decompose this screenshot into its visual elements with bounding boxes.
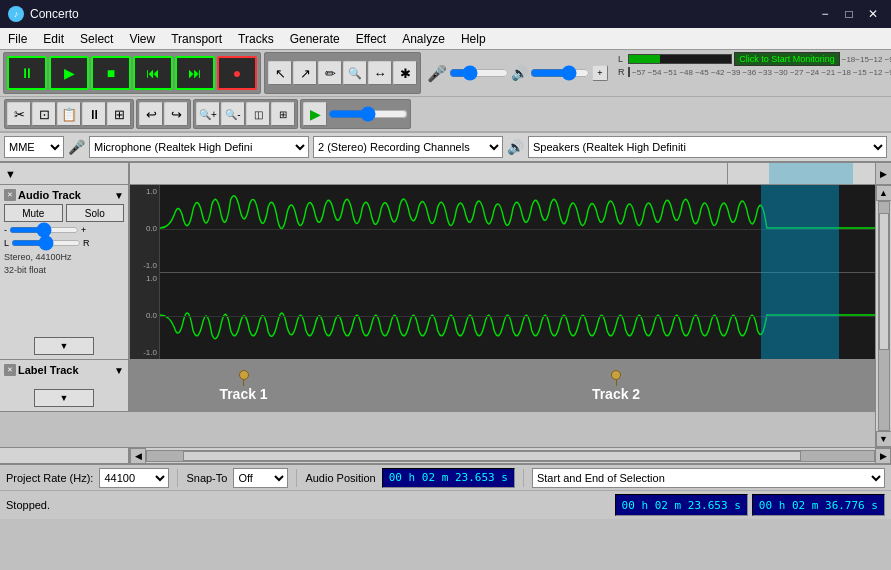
hscroll-thumb[interactable] — [183, 451, 801, 461]
close-button[interactable]: ✕ — [863, 4, 883, 24]
menu-select[interactable]: Select — [72, 28, 121, 49]
ruler-down-arrow[interactable]: ▼ — [5, 168, 16, 180]
label-track-name: Label Track — [18, 364, 112, 376]
ruler-left-panel: ▼ — [0, 163, 130, 184]
audio-track-close[interactable]: ✕ — [4, 189, 16, 201]
mute-button[interactable]: Mute — [4, 204, 63, 222]
ruler-scroll-right[interactable]: ▶ — [875, 163, 891, 184]
pause-button[interactable]: ⏸ — [7, 56, 47, 90]
toolbar-area: ⏸ ▶ ■ ⏮ ⏭ ● ↖ ↗ ✏ 🔍 ↔ ✱ 🎤 🔊 + L — [0, 50, 891, 163]
sep2 — [296, 469, 297, 487]
vertical-scrollbar[interactable]: ▲ ▼ — [875, 185, 891, 447]
audio-track-mute-solo: Mute Solo — [4, 204, 124, 222]
zoom-out-button[interactable]: 🔍- — [221, 102, 245, 126]
audio-track-waveform[interactable]: 1.0 0.0 -1.0 1.0 0.0 -1.0 — [130, 185, 875, 359]
menu-transport[interactable]: Transport — [163, 28, 230, 49]
solo-button[interactable]: Solo — [66, 204, 125, 222]
driver-select[interactable]: MME — [4, 136, 64, 158]
pan-slider[interactable] — [11, 240, 81, 246]
undo-button[interactable]: ↩ — [139, 102, 163, 126]
skip-end-button[interactable]: ⏭ — [175, 56, 215, 90]
menu-tracks[interactable]: Tracks — [230, 28, 282, 49]
menu-edit[interactable]: Edit — [35, 28, 72, 49]
vscroll-down[interactable]: ▼ — [876, 431, 892, 447]
time-shift-button[interactable]: ↔ — [368, 61, 392, 85]
status-text: Stopped. — [6, 499, 50, 511]
play-speed-slider[interactable] — [328, 107, 408, 121]
title-bar: ♪ Concerto − □ ✕ — [0, 0, 891, 28]
vu-L-meter — [628, 54, 732, 64]
audio-track-row: ✕ Audio Track ▼ Mute Solo - + — [0, 185, 875, 360]
output-volume-slider[interactable] — [530, 66, 590, 80]
speakers-select[interactable]: Speakers (Realtek High Definiti — [528, 136, 887, 158]
menu-generate[interactable]: Generate — [282, 28, 348, 49]
multi-tool-button[interactable]: ✱ — [393, 61, 417, 85]
menu-file[interactable]: File — [0, 28, 35, 49]
skip-start-button[interactable]: ⏮ — [133, 56, 173, 90]
snap-to-select[interactable]: Off — [233, 468, 288, 488]
audio-track-down-button[interactable]: ▼ — [34, 337, 94, 355]
channels-select[interactable]: 2 (Stereo) Recording Channels — [313, 136, 503, 158]
audio-track-expand[interactable]: ▼ — [114, 190, 124, 201]
draw-tool-button[interactable]: ✏ — [318, 61, 342, 85]
label-track-row: ✕ Label Track ▼ ▼ Track 1 — [0, 360, 875, 412]
play-speed-button[interactable]: ▶ — [303, 102, 327, 126]
tracks-container: ▼ -15 0 0:15 0:30 0:45 1:00 1:15 1:30 1:… — [0, 163, 891, 463]
menu-effect[interactable]: Effect — [348, 28, 394, 49]
bottom-row2: Stopped. 00 h 02 m 23.653 s 00 h 02 m 36… — [0, 491, 891, 519]
pan-max-label: R — [83, 238, 90, 248]
horizontal-scrollbar[interactable]: ◀ ▶ — [0, 447, 891, 463]
pan-min-label: L — [4, 238, 9, 248]
label-track-area[interactable]: Track 1 Track 2 — [130, 360, 875, 411]
audio-position-label: Audio Position — [305, 472, 375, 484]
record-button[interactable]: ● — [217, 56, 257, 90]
label-track1: Track 1 — [219, 360, 267, 411]
microphone-select[interactable]: Microphone (Realtek High Defini — [89, 136, 309, 158]
fit-selection-button[interactable]: ⊞ — [271, 102, 295, 126]
menu-view[interactable]: View — [121, 28, 163, 49]
mic-device-icon: 🎤 — [68, 139, 85, 155]
sel-end-display: 00 h 02 m 36.776 s — [752, 494, 885, 516]
menu-help[interactable]: Help — [453, 28, 494, 49]
hscroll-left-panel — [0, 448, 130, 463]
pause2-button[interactable]: ⏸ — [82, 102, 106, 126]
label-track-expand[interactable]: ▼ — [114, 365, 124, 376]
snap-to-label: Snap-To — [186, 472, 227, 484]
gain-slider[interactable] — [9, 227, 79, 233]
speaker-device-icon: 🔊 — [507, 139, 524, 155]
redo-button[interactable]: ↪ — [164, 102, 188, 126]
maximize-button[interactable]: □ — [839, 4, 859, 24]
selection-mode-select[interactable]: Start and End of Selection — [532, 468, 885, 488]
vscroll-thumb[interactable] — [879, 213, 889, 350]
fit-project-button[interactable]: ◫ — [246, 102, 270, 126]
copy-button[interactable]: ⊡ — [32, 102, 56, 126]
mic-volume-slider[interactable] — [449, 66, 509, 80]
hscroll-left[interactable]: ◀ — [130, 448, 146, 464]
menu-analyze[interactable]: Analyze — [394, 28, 453, 49]
cut-button[interactable]: ✂ — [7, 102, 31, 126]
vscroll-up[interactable]: ▲ — [876, 185, 892, 201]
hscroll-right[interactable]: ▶ — [875, 448, 891, 464]
vu-monitor-button[interactable]: Click to Start Monitoring — [734, 52, 840, 66]
app-title: Concerto — [30, 7, 815, 21]
vol-plus-button[interactable]: + — [592, 65, 608, 81]
zoom-tool-button[interactable]: 🔍 — [343, 61, 367, 85]
minimize-button[interactable]: − — [815, 4, 835, 24]
label-track-down-button[interactable]: ▼ — [34, 389, 94, 407]
app-icon: ♪ — [8, 6, 24, 22]
paste-button[interactable]: 📋 — [57, 102, 81, 126]
db-scale-bottom: 1.0 0.0 -1.0 — [130, 272, 160, 359]
ruler-selection — [769, 163, 853, 184]
project-rate-select[interactable]: 44100 — [99, 468, 169, 488]
envelope-tool-button[interactable]: ↗ — [293, 61, 317, 85]
play-button[interactable]: ▶ — [49, 56, 89, 90]
audio-track-header: ✕ Audio Track ▼ — [4, 189, 124, 201]
select-tool-button[interactable]: ↖ — [268, 61, 292, 85]
zoom-in-button[interactable]: 🔍+ — [196, 102, 220, 126]
vu-l-label: L — [618, 54, 626, 64]
stop-button[interactable]: ■ — [91, 56, 131, 90]
hscroll-track[interactable] — [146, 450, 875, 462]
sync-button[interactable]: ⊞ — [107, 102, 131, 126]
label-track-close[interactable]: ✕ — [4, 364, 16, 376]
vscroll-track[interactable] — [878, 201, 890, 431]
